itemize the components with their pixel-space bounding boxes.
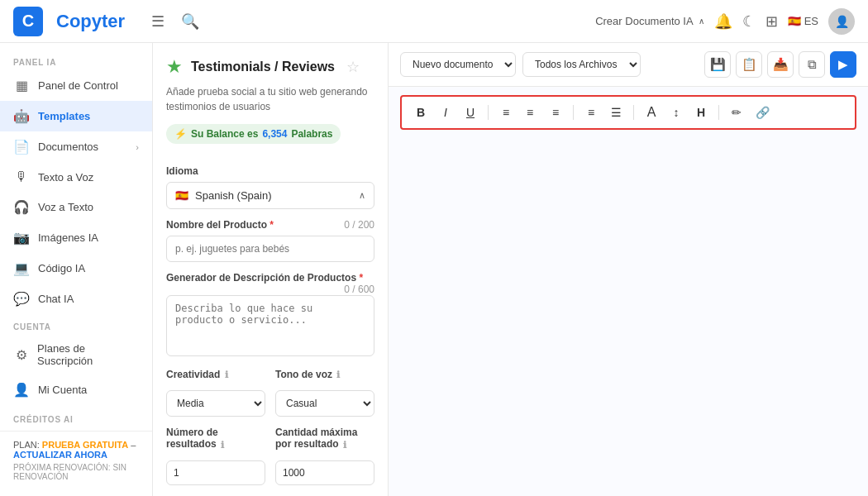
tono-info-icon[interactable]: ℹ: [336, 370, 340, 379]
format-bold[interactable]: B: [412, 104, 430, 121]
sidebar-item-label: Panel de Control: [38, 79, 118, 92]
row-two-selects: Media Baja Alta Casual Formal Amigable: [166, 390, 374, 417]
texto-a-voz-icon: 🎙: [13, 169, 30, 184]
lang-text: Spanish (Spain): [195, 189, 272, 202]
desc-textarea[interactable]: [166, 295, 374, 356]
sidebar-item-label: Documentos: [38, 141, 98, 153]
format-align-left[interactable]: ≡: [497, 104, 515, 121]
fmt-sep-3: [633, 105, 634, 120]
language-selector[interactable]: 🇪🇸 ES: [788, 15, 818, 27]
plan-name-link[interactable]: PRUEBA GRATUITA: [42, 440, 128, 450]
sidebar-item-imagenes-ia[interactable]: 📷 Imágenes IA: [0, 222, 152, 253]
mi-cuenta-icon: 👤: [13, 382, 30, 398]
logo-name: Copyter: [56, 11, 125, 32]
format-align-right[interactable]: ≡: [546, 104, 565, 121]
sidebar-item-chat-ia[interactable]: 💬 Chat IA: [0, 284, 152, 314]
avatar[interactable]: 👤: [828, 8, 855, 35]
nombre-counter: 0 / 200: [344, 219, 374, 231]
row-two-num-labels: Número de resultados ℹ Cantidad máxima p…: [166, 427, 374, 450]
language-value: 🇪🇸 Spanish (Spain): [175, 189, 272, 202]
creatividad-info-icon[interactable]: ℹ: [225, 370, 228, 379]
chat-ia-icon: 💬: [13, 291, 30, 307]
desc-counter: 0 / 600: [344, 284, 374, 295]
format-italic[interactable]: I: [436, 104, 455, 121]
imagenes-ia-icon: 📷: [13, 230, 30, 246]
nombre-label: Nombre del Producto * 0 / 200: [166, 219, 374, 231]
nuevo-doc-select[interactable]: Nuevo documento: [400, 52, 516, 77]
balance-amount: 6,354: [262, 128, 287, 140]
sidebar-item-documentos[interactable]: 📄 Documentos ›: [0, 131, 152, 162]
format-heading[interactable]: H: [692, 104, 710, 121]
format-font-size[interactable]: A: [642, 103, 661, 122]
sidebar-item-planes[interactable]: ⚙ Planes de Suscripción: [0, 335, 152, 374]
nombre-required: *: [269, 219, 274, 231]
num-resultados-label: Número de resultados: [166, 427, 218, 450]
create-doc-chevron: ∧: [699, 17, 704, 26]
sidebar-item-label: Imágenes IA: [38, 231, 98, 244]
favorite-icon[interactable]: ☆: [346, 58, 360, 76]
tono-select[interactable]: Casual Formal Amigable: [275, 390, 374, 417]
duplicate-icon: ⧉: [808, 57, 817, 72]
editor-action-icons: 💾 📋 📥 ⧉ ▶: [704, 51, 856, 78]
row-two-numbers: [166, 460, 374, 485]
format-ordered-list[interactable]: ≡: [582, 104, 600, 121]
sidebar-panel-ia-label: PANEL IA: [0, 50, 152, 70]
editor-format-bar: B I U ≡ ≡ ≡ ≡ ☰ A ↕ H ✏ 🔗: [400, 95, 856, 130]
run-button[interactable]: ▶: [830, 51, 856, 78]
expand-icon[interactable]: ⊞: [765, 12, 778, 31]
format-link[interactable]: 🔗: [752, 104, 773, 121]
idioma-label: Idioma: [166, 165, 374, 177]
nombre-input[interactable]: [166, 236, 374, 262]
creatividad-select[interactable]: Media Baja Alta: [166, 390, 265, 417]
num-resultados-info-icon[interactable]: ℹ: [221, 440, 224, 450]
download-button[interactable]: 📥: [767, 51, 794, 78]
flag-emoji: 🇪🇸: [788, 15, 801, 27]
sidebar-item-voz-a-texto[interactable]: 🎧 Voz a Texto: [0, 192, 152, 222]
language-dropdown[interactable]: 🇪🇸 Spanish (Spain) ∧: [166, 182, 374, 209]
moon-icon[interactable]: ☾: [742, 12, 756, 31]
copy-button[interactable]: 📋: [736, 51, 762, 78]
editor-body[interactable]: [389, 130, 868, 496]
tono-label: Tono de voz: [275, 369, 332, 380]
template-star-icon: ★: [166, 56, 183, 78]
balance-suffix: Palabras: [291, 128, 332, 140]
balance-prefix: Su Balance es: [191, 128, 258, 140]
cantidad-max-info-icon[interactable]: ℹ: [343, 440, 346, 450]
sidebar-item-panel-control[interactable]: ▦ Panel de Control: [0, 70, 152, 101]
todos-archivos-select[interactable]: Todos los Archivos: [522, 52, 641, 77]
sidebar-item-codigo-ia[interactable]: 💻 Código IA: [0, 253, 152, 284]
format-align-center[interactable]: ≡: [522, 104, 540, 121]
format-unordered-list[interactable]: ☰: [607, 104, 625, 121]
bell-icon[interactable]: 🔔: [714, 12, 732, 31]
cantidad-max-input[interactable]: [275, 460, 374, 485]
sidebar-footer: PLAN: PRUEBA GRATUITA – ACTUALIZAR AHORA…: [0, 431, 152, 489]
num-resultados-input[interactable]: [166, 460, 265, 485]
save-button[interactable]: 💾: [704, 51, 731, 78]
create-doc-button[interactable]: Crear Documento IA ∧: [595, 15, 704, 27]
row-two-labels: Creatividad ℹ Tono de voz ℹ: [166, 369, 374, 380]
desc-label: Generador de Descripción de Productos * …: [166, 272, 374, 284]
sidebar-item-label: Texto a Voz: [38, 171, 93, 184]
format-pen[interactable]: ✏: [727, 104, 746, 121]
format-line-height[interactable]: ↕: [667, 104, 685, 121]
sidebar-item-templates[interactable]: 🤖 Templates: [0, 101, 152, 131]
fmt-sep-1: [488, 105, 489, 120]
duplicate-button[interactable]: ⧉: [799, 51, 825, 78]
templates-icon: 🤖: [13, 108, 30, 124]
main-layout: PANEL IA ▦ Panel de Control 🤖 Templates …: [0, 43, 868, 496]
plan-info: PLAN: PRUEBA GRATUITA – ACTUALIZAR AHORA: [13, 440, 139, 460]
sidebar-item-texto-a-voz[interactable]: 🎙 Texto a Voz: [0, 162, 152, 192]
editor-panel: Nuevo documento Todos los Archivos 💾 📋 📥: [389, 43, 868, 496]
bolt-icon: ⚡: [174, 128, 187, 140]
panel-control-icon: ▦: [13, 78, 30, 93]
format-underline[interactable]: U: [461, 104, 479, 121]
sidebar-item-mi-cuenta[interactable]: 👤 Mi Cuenta: [0, 374, 152, 405]
voz-a-texto-icon: 🎧: [13, 199, 30, 215]
sidebar-item-label: Planes de Suscripción: [37, 342, 139, 367]
nav-right-icons: 🔔 ☾ ⊞ 🇪🇸 ES 👤: [714, 8, 855, 35]
search-icon[interactable]: 🔍: [178, 9, 203, 34]
form-panel: ★ Testimonials / Reviews ☆ Añade prueba …: [153, 43, 389, 496]
plan-action-link[interactable]: ACTUALIZAR AHORA: [13, 450, 107, 460]
hamburger-icon[interactable]: ☰: [148, 9, 168, 34]
template-header: ★ Testimonials / Reviews ☆: [166, 56, 374, 78]
